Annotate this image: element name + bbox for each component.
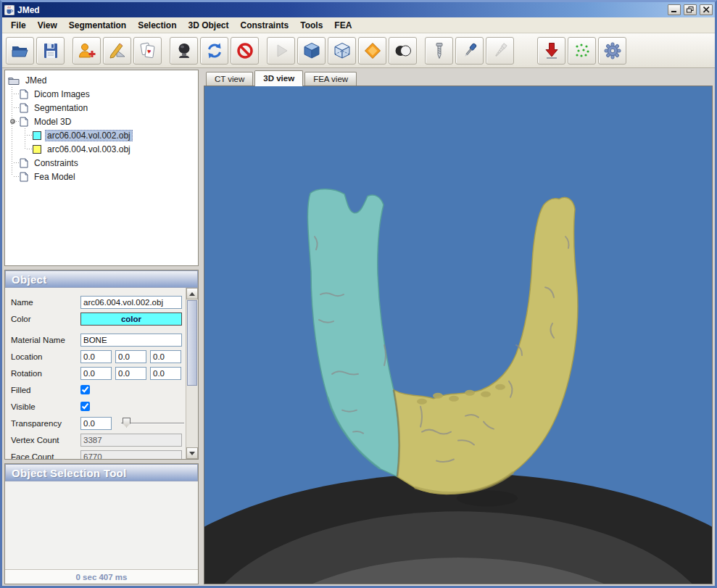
tab-3d-view[interactable]: 3D view [254, 70, 303, 86]
rotation-y-field[interactable] [115, 367, 146, 380]
document-icon [20, 158, 28, 168]
face-count-label: Face Count [11, 452, 80, 460]
selection-tool-panel: Object Selection Tool 0 sec 407 ms [4, 463, 199, 584]
green-points-icon [573, 41, 592, 60]
material-label: Material Name [11, 336, 80, 344]
rotation-x-field[interactable] [80, 367, 112, 380]
tree-item-segmentation[interactable]: Segmentation [7, 101, 196, 115]
transparency-field[interactable] [80, 417, 112, 430]
tree-item-obj-002[interactable]: arc06.004.vol.002.obj [7, 128, 196, 142]
scroll-down-button[interactable] [186, 447, 198, 459]
refresh-icon [205, 41, 224, 60]
filled-checkbox[interactable] [80, 385, 90, 394]
tree-item-model-3d[interactable]: Model 3D [7, 115, 196, 128]
screwdriver-icon [460, 41, 479, 60]
run-button[interactable] [267, 37, 295, 65]
refresh-button[interactable] [200, 37, 228, 65]
tab-fea-view[interactable]: FEA view [304, 72, 357, 86]
add-patient-button[interactable] [72, 37, 101, 65]
name-label: Name [11, 298, 80, 307]
location-y-field[interactable] [115, 350, 146, 363]
menu-bar: File View Segmentation Selection 3D Obje… [2, 17, 715, 33]
tree-item-obj-003[interactable]: arc06.004.vol.003.obj [7, 142, 196, 156]
slider-thumb[interactable] [123, 418, 130, 428]
circles-overlap-icon [394, 41, 413, 60]
save-button[interactable] [36, 37, 65, 65]
settings-button[interactable] [598, 37, 626, 65]
restore-button[interactable] [684, 4, 697, 15]
cube-wire-button[interactable] [328, 37, 356, 65]
lamp-icon [175, 41, 194, 60]
app-window: JMed File View Segmentation Selection 3D… [0, 0, 717, 588]
selection-panel-body [5, 481, 198, 569]
points-button[interactable] [568, 37, 596, 65]
scrollbar-thumb[interactable] [187, 300, 197, 386]
diamond-button[interactable] [358, 37, 386, 65]
menu-selection[interactable]: Selection [132, 18, 182, 33]
name-field[interactable] [80, 296, 182, 309]
tree-item-root[interactable]: JMed [7, 73, 196, 87]
object-panel-title: Object [12, 273, 46, 286]
color-button[interactable]: color [80, 312, 182, 326]
drill-button[interactable] [486, 37, 514, 65]
diamond-icon [363, 41, 382, 60]
viewport-3d[interactable] [204, 86, 713, 584]
tree-item-label: Segmentation [32, 102, 90, 114]
close-icon [703, 7, 710, 13]
location-x-field[interactable] [80, 350, 112, 363]
menu-view[interactable]: View [32, 18, 63, 33]
document-icon [20, 103, 28, 113]
toolbar: ♥ [2, 33, 715, 68]
face-count-field [80, 450, 182, 460]
import-button[interactable] [537, 37, 565, 65]
gear-icon [603, 41, 622, 60]
menu-tools[interactable]: Tools [294, 18, 328, 33]
menu-file[interactable]: File [5, 18, 32, 33]
pencil-ruler-icon [108, 41, 127, 60]
color-swatch-icon [33, 145, 41, 154]
title-bar: JMed [2, 2, 715, 17]
folder-open-icon [11, 41, 30, 60]
menu-segmentation[interactable]: Segmentation [63, 18, 132, 33]
tree-item-label: Model 3D [32, 116, 73, 128]
color-label: Color [11, 315, 80, 323]
tree-expander-icon[interactable] [10, 119, 15, 124]
project-tree: JMed Dicom Images Segmentation [4, 70, 199, 266]
transparency-slider[interactable] [121, 418, 184, 429]
cards-button[interactable]: ♥ [133, 37, 162, 65]
minimize-button[interactable] [668, 4, 681, 15]
cube-solid-button[interactable] [297, 37, 326, 65]
rotation-z-field[interactable] [150, 367, 181, 380]
close-button[interactable] [700, 4, 713, 15]
menu-fea[interactable]: FEA [328, 18, 357, 33]
boolean-button[interactable] [389, 37, 417, 65]
cancel-button[interactable] [231, 37, 259, 65]
open-button[interactable] [6, 37, 34, 65]
tree-item-label: arc06.004.vol.003.obj [45, 144, 133, 155]
restore-icon [687, 7, 694, 13]
menu-3d-object[interactable]: 3D Object [183, 18, 235, 33]
object-panel-scrollbar[interactable] [186, 288, 198, 459]
tab-ct-view[interactable]: CT view [206, 72, 253, 86]
selection-panel-title: Object Selection Tool [12, 467, 127, 479]
vertex-count-field [80, 434, 182, 447]
edit-tools-button[interactable] [103, 37, 131, 65]
screwdriver-button[interactable] [455, 37, 484, 65]
menu-constraints[interactable]: Constraints [235, 18, 295, 33]
material-field[interactable] [80, 334, 182, 347]
tree-item-constraints[interactable]: Constraints [7, 156, 196, 170]
scroll-up-button[interactable] [186, 288, 198, 299]
lamp-button[interactable] [170, 37, 198, 65]
slider-track [121, 423, 184, 424]
left-sidebar: JMed Dicom Images Segmentation [2, 68, 199, 586]
vertex-count-label: Vertex Count [11, 436, 80, 444]
object-panel-header: Object [5, 270, 198, 288]
tree-item-dicom-images[interactable]: Dicom Images [7, 87, 196, 101]
visible-checkbox[interactable] [80, 402, 90, 411]
tree-item-label: JMed [23, 75, 49, 86]
tree-item-fea-model[interactable]: Fea Model [7, 170, 196, 183]
location-z-field[interactable] [150, 350, 181, 363]
screw-button[interactable] [425, 37, 453, 65]
arrow-down-icon [189, 452, 195, 455]
folder-icon [8, 75, 20, 85]
